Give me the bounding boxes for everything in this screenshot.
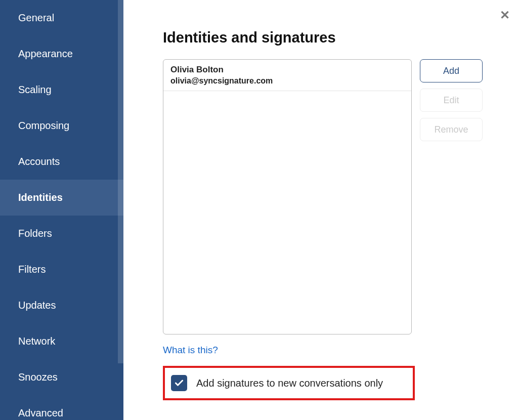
check-icon [174,378,184,388]
sidebar-item-composing[interactable]: Composing [0,108,123,144]
identity-email: olivia@syncsignature.com [170,76,404,86]
sidebar-item-filters[interactable]: Filters [0,251,123,287]
page-title: Identities and signatures [163,29,490,46]
sidebar-item-advanced[interactable]: Advanced [0,395,123,420]
sidebar-item-general[interactable]: General [0,0,123,36]
identity-buttons: Add Edit Remove [420,59,483,141]
sidebar-item-snoozes[interactable]: Snoozes [0,359,123,395]
sidebar-item-updates[interactable]: Updates [0,287,123,323]
sidebar-item-scaling[interactable]: Scaling [0,72,123,108]
sidebar-item-identities[interactable]: Identities [0,180,123,216]
what-is-this-link[interactable]: What is this? [163,345,490,356]
identity-list: Olivia Bolton olivia@syncsignature.com [163,59,412,334]
remove-button: Remove [420,118,483,141]
identity-entry[interactable]: Olivia Bolton olivia@syncsignature.com [163,60,411,91]
sidebar-item-folders[interactable]: Folders [0,216,123,251]
identity-management-row: Olivia Bolton olivia@syncsignature.com A… [163,59,490,334]
signature-checkbox[interactable] [171,375,187,391]
signature-checkbox-label: Add signatures to new conversations only [196,377,383,389]
edit-button: Edit [420,89,483,112]
signature-checkbox-row: Add signatures to new conversations only [163,366,415,400]
add-button[interactable]: Add [420,59,483,82]
identity-name: Olivia Bolton [170,65,404,75]
sidebar-item-appearance[interactable]: Appearance [0,36,123,72]
sidebar-item-accounts[interactable]: Accounts [0,144,123,180]
close-icon[interactable]: ✕ [500,8,510,22]
settings-main-panel: ✕ Identities and signatures Olivia Bolto… [123,0,518,420]
sidebar-scrollbar[interactable] [118,0,123,363]
sidebar-item-network[interactable]: Network [0,323,123,359]
settings-sidebar: General Appearance Scaling Composing Acc… [0,0,123,420]
